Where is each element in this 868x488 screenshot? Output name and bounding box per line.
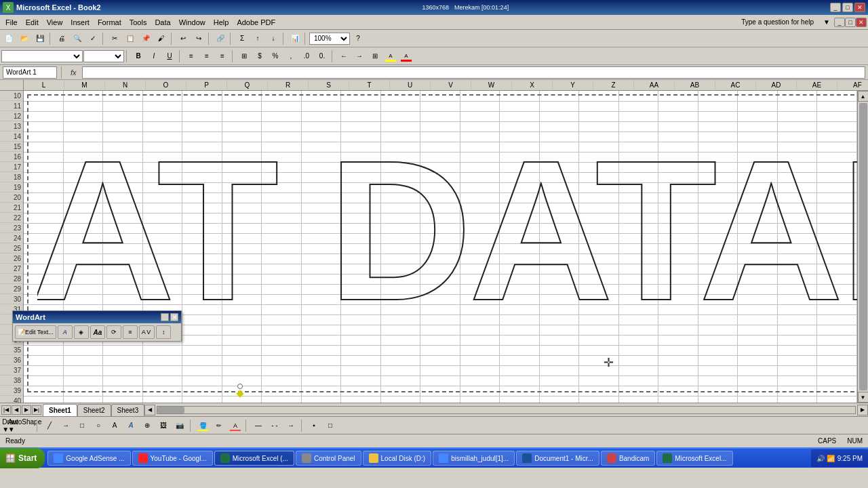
- fill-color-button[interactable]: A: [383, 49, 398, 63]
- cell-15-7[interactable]: [301, 142, 341, 152]
- cell-20-4[interactable]: [182, 192, 222, 203]
- cell-37-12[interactable]: [500, 365, 540, 375]
- sort-desc-button[interactable]: ↓: [266, 32, 281, 45]
- cell-11-15[interactable]: [618, 101, 658, 111]
- help-close[interactable]: ✕: [856, 18, 867, 27]
- cell-11-13[interactable]: [539, 101, 579, 111]
- cell-19-6[interactable]: [262, 182, 302, 192]
- underline-button[interactable]: U: [162, 49, 177, 63]
- row-14[interactable]: 14: [0, 131, 23, 142]
- cell-37-6[interactable]: [262, 365, 302, 375]
- cell-19-1[interactable]: [63, 182, 103, 192]
- cell-14-20[interactable]: [817, 131, 857, 142]
- cell-16-7[interactable]: [301, 152, 341, 162]
- cell-14-9[interactable]: [380, 131, 420, 142]
- cell-40-1[interactable]: [63, 396, 103, 403]
- cell-40-6[interactable]: [262, 396, 302, 403]
- cell-23-13[interactable]: [539, 223, 579, 233]
- row-25[interactable]: 25: [0, 243, 23, 253]
- cell-23-4[interactable]: [182, 223, 222, 233]
- zoom-help[interactable]: ?: [351, 32, 366, 45]
- cell-20-8[interactable]: [341, 192, 381, 203]
- font-color-button[interactable]: A: [399, 49, 414, 63]
- cut-button[interactable]: ✂: [107, 32, 122, 45]
- cell-15-5[interactable]: [222, 142, 262, 152]
- col-V[interactable]: V: [431, 80, 471, 90]
- cell-12-15[interactable]: [618, 111, 658, 121]
- cell-25-1[interactable]: [63, 243, 103, 253]
- wordart-spacing-button[interactable]: AV: [139, 325, 155, 339]
- cell-27-2[interactable]: [103, 264, 143, 274]
- col-AB[interactable]: AB: [675, 80, 715, 90]
- cell-10-8[interactable]: [341, 91, 381, 101]
- cell-12-7[interactable]: [301, 111, 341, 121]
- cell-19-7[interactable]: [301, 182, 341, 192]
- cell-26-10[interactable]: [420, 253, 460, 264]
- cell-35-20[interactable]: [817, 345, 857, 355]
- cell-19-17[interactable]: [698, 182, 738, 192]
- cell-15-18[interactable]: [738, 142, 778, 152]
- cell-12-12[interactable]: [500, 111, 540, 121]
- cell-13-10[interactable]: [420, 121, 460, 131]
- comma-button[interactable]: ,: [283, 49, 298, 63]
- cell-36-14[interactable]: [579, 355, 619, 365]
- cell-22-16[interactable]: [658, 213, 698, 223]
- cell-39-17[interactable]: [698, 386, 738, 396]
- cell-25-16[interactable]: [658, 243, 698, 253]
- cell-16-15[interactable]: [618, 152, 658, 162]
- cell-33-5[interactable]: [222, 325, 262, 335]
- cell-20-15[interactable]: [618, 192, 658, 203]
- cell-10-6[interactable]: [262, 91, 302, 101]
- cell-23-19[interactable]: [777, 223, 817, 233]
- cell-17-7[interactable]: [301, 162, 341, 172]
- cell-10-5[interactable]: [222, 91, 262, 101]
- cell-24-18[interactable]: [738, 233, 778, 243]
- row-26[interactable]: 26: [0, 253, 23, 264]
- cell-40-13[interactable]: [539, 396, 579, 403]
- cell-17-4[interactable]: [182, 162, 222, 172]
- cell-19-11[interactable]: [460, 182, 500, 192]
- cell-35-8[interactable]: [341, 345, 381, 355]
- cell-19-8[interactable]: [341, 182, 381, 192]
- cell-21-9[interactable]: [380, 203, 420, 213]
- cell-33-14[interactable]: [579, 325, 619, 335]
- cell-16-1[interactable]: [63, 152, 103, 162]
- cell-30-5[interactable]: [222, 294, 262, 304]
- cell-11-4[interactable]: [182, 101, 222, 111]
- cell-37-13[interactable]: [539, 365, 579, 375]
- cell-15-15[interactable]: [618, 142, 658, 152]
- cell-13-18[interactable]: [738, 121, 778, 131]
- dash-style-button[interactable]: - -: [267, 419, 282, 432]
- cell-12-17[interactable]: [698, 111, 738, 121]
- cell-31-8[interactable]: [341, 304, 381, 314]
- cell-33-18[interactable]: [738, 325, 778, 335]
- cell-39-4[interactable]: [182, 386, 222, 396]
- hyperlink-button[interactable]: 🔗: [213, 32, 228, 45]
- cell-15-6[interactable]: [262, 142, 302, 152]
- cell-34-9[interactable]: [380, 335, 420, 345]
- cell-15-13[interactable]: [539, 142, 579, 152]
- cell-32-16[interactable]: [658, 314, 698, 325]
- cell-16-9[interactable]: [380, 152, 420, 162]
- cell-16-17[interactable]: [698, 152, 738, 162]
- scroll-down-button[interactable]: ▼: [858, 392, 869, 403]
- cell-32-19[interactable]: [777, 314, 817, 325]
- cell-15-2[interactable]: [103, 142, 143, 152]
- wordart-edit-text-button[interactable]: 📝 Edit Text...: [15, 325, 56, 339]
- align-left-button[interactable]: ≡: [184, 49, 199, 63]
- cell-40-16[interactable]: [658, 396, 698, 403]
- cell-26-9[interactable]: [380, 253, 420, 264]
- cell-36-20[interactable]: [817, 355, 857, 365]
- scroll-right-button[interactable]: ▶: [857, 405, 868, 415]
- cell-36-4[interactable]: [182, 355, 222, 365]
- cell-40-9[interactable]: [380, 396, 420, 403]
- cell-31-13[interactable]: [539, 304, 579, 314]
- cell-13-7[interactable]: [301, 121, 341, 131]
- cell-21-6[interactable]: [262, 203, 302, 213]
- cell-14-3[interactable]: [142, 131, 182, 142]
- row-15[interactable]: 15: [0, 142, 23, 152]
- cell-23-1[interactable]: [63, 223, 103, 233]
- cell-24-7[interactable]: [301, 233, 341, 243]
- print-button[interactable]: 🖨: [54, 32, 69, 45]
- row-17[interactable]: 17: [0, 162, 23, 172]
